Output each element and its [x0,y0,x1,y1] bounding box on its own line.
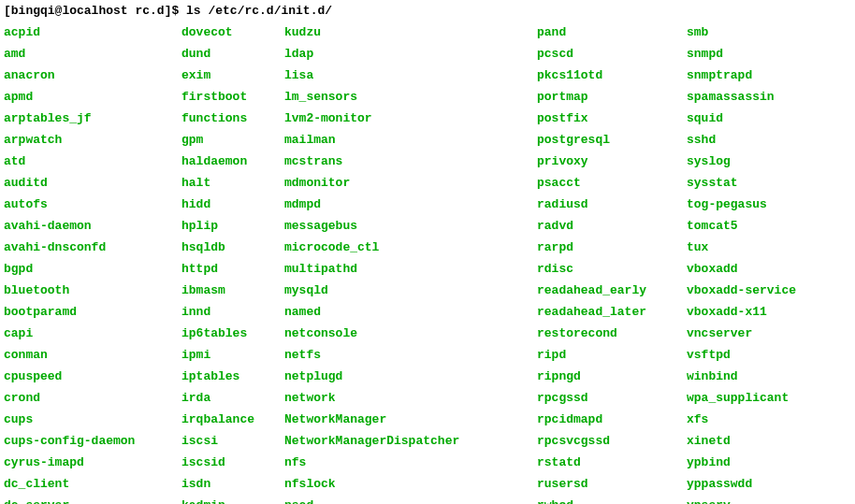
file-entry: tog-pegasus [687,194,846,215]
file-entry: vncserver [687,323,846,344]
file-entry: smb [687,22,846,43]
file-entry: rpcgssd [537,387,687,409]
file-entry: radvd [537,215,687,237]
file-entry: ip6tables [181,323,284,344]
file-entry: innd [181,301,284,323]
file-entry: gpm [181,129,284,151]
column-1: acpidamdanacronapmdarptables_jfarpwatcha… [4,22,181,504]
file-entry: psacct [537,172,687,194]
column-2: dovecotdundeximfirstbootfunctionsgpmhald… [181,22,284,504]
file-entry: ibmasm [181,280,284,301]
file-entry: exim [181,65,284,86]
file-entry: amd [4,43,181,65]
file-entry: isdn [181,473,284,495]
file-entry: vboxadd [687,258,846,280]
file-entry: readahead_later [537,301,687,323]
file-entry: capi [4,323,181,344]
file-entry: squid [687,108,846,129]
file-entry: pcscd [537,43,687,65]
file-entry: rarpd [537,237,687,258]
file-entry: portmap [537,86,687,108]
file-entry: ldap [284,43,537,65]
ls-output: acpidamdanacronapmdarptables_jfarpwatcha… [4,22,851,504]
file-entry: irqbalance [181,409,284,430]
file-entry: kadmin [181,495,284,504]
file-entry: crond [4,387,181,409]
file-entry: rpcidmapd [537,409,687,430]
file-entry: bgpd [4,258,181,280]
file-entry: bootparamd [4,301,181,323]
file-entry: ipmi [181,344,284,366]
file-entry: rstatd [537,452,687,473]
file-entry: netplugd [284,366,537,387]
file-entry: mailman [284,129,537,151]
file-entry: bluetooth [4,280,181,301]
file-entry: nfslock [284,473,537,495]
file-entry: dc_server [4,495,181,504]
file-entry: conman [4,344,181,366]
file-entry: rdisc [537,258,687,280]
file-entry: mcstrans [284,151,537,172]
file-entry: nfs [284,452,537,473]
file-entry: nscd [284,495,537,504]
file-entry: spamassassin [687,86,846,108]
file-entry: iptables [181,366,284,387]
file-entry: autofs [4,194,181,215]
file-entry: lvm2-monitor [284,108,537,129]
file-entry: ypserv [687,495,846,504]
file-entry: irda [181,387,284,409]
file-entry: mdmpd [284,194,537,215]
file-entry: ripd [537,344,687,366]
file-entry: atd [4,151,181,172]
file-entry: readahead_early [537,280,687,301]
file-entry: pkcs11otd [537,65,687,86]
file-entry: apmd [4,86,181,108]
file-entry: avahi-dnsconfd [4,237,181,258]
file-entry: xfs [687,409,846,430]
file-entry: microcode_ctl [284,237,537,258]
file-entry: halt [181,172,284,194]
file-entry: NetworkManagerDispatcher [284,430,537,452]
file-entry: syslog [687,151,846,172]
file-entry: hplip [181,215,284,237]
file-entry: NetworkManager [284,409,537,430]
file-entry: dc_client [4,473,181,495]
file-entry: iscsi [181,430,284,452]
file-entry: arpwatch [4,129,181,151]
file-entry: ripngd [537,366,687,387]
file-entry: pand [537,22,687,43]
file-entry: lm_sensors [284,86,537,108]
file-entry: named [284,301,537,323]
file-entry: haldaemon [181,151,284,172]
file-entry: ypbind [687,452,846,473]
file-entry: anacron [4,65,181,86]
file-entry: vboxadd-x11 [687,301,846,323]
file-entry: multipathd [284,258,537,280]
column-3: kudzuldaplisalm_sensorslvm2-monitormailm… [284,22,537,504]
file-entry: hidd [181,194,284,215]
file-entry: messagebus [284,215,537,237]
file-entry: kudzu [284,22,537,43]
file-entry: rpcsvcgssd [537,430,687,452]
file-entry: sysstat [687,172,846,194]
file-entry: postfix [537,108,687,129]
file-entry: rwhod [537,495,687,504]
file-entry: rusersd [537,473,687,495]
file-entry: snmptrapd [687,65,846,86]
file-entry: avahi-daemon [4,215,181,237]
file-entry: arptables_jf [4,108,181,129]
file-entry: cups-config-daemon [4,430,181,452]
file-entry: functions [181,108,284,129]
file-entry: privoxy [537,151,687,172]
file-entry: lisa [284,65,537,86]
file-entry: mdmonitor [284,172,537,194]
file-entry: firstboot [181,86,284,108]
file-entry: snmpd [687,43,846,65]
file-entry: postgresql [537,129,687,151]
file-entry: cyrus-imapd [4,452,181,473]
column-5: smbsnmpdsnmptrapdspamassassinsquidsshdsy… [687,22,846,504]
file-entry: restorecond [537,323,687,344]
file-entry: tomcat5 [687,215,846,237]
file-entry: sshd [687,129,846,151]
shell-prompt: [bingqi@localhost rc.d]$ ls /etc/rc.d/in… [4,4,851,18]
